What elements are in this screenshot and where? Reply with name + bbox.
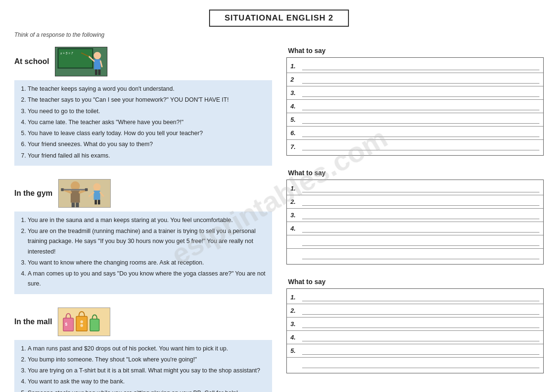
svg-rect-17 [76, 202, 79, 207]
what-to-say-gym: What to say 1. 2. 3. 4. [286, 169, 544, 265]
section-mall-title: In the mall [14, 318, 52, 326]
answer-line [302, 116, 540, 124]
answer-num: 7. [291, 143, 300, 150]
list-item: The teacher keeps saying a word you don'… [28, 84, 266, 94]
section-in-the-gym: In the gym [14, 179, 272, 294]
svg-line-5 [101, 61, 102, 67]
list-item: You came late. The teacher asks "Where h… [28, 117, 266, 127]
svg-rect-10 [71, 191, 80, 202]
mall-answer-box: 1. 2. 3. 4. 5. [286, 288, 544, 373]
answer-line [302, 89, 540, 97]
svg-rect-23 [98, 200, 100, 204]
svg-rect-14 [85, 188, 88, 191]
list-item: You want to know where the changing room… [28, 258, 266, 268]
answer-num: 4. [291, 334, 300, 341]
answer-row: 4. [287, 331, 544, 344]
list-item: Your friend sneezes. What do you say to … [28, 139, 266, 149]
svg-rect-19 [94, 191, 100, 200]
school-answer-box: 1. 2 3. 4. 5. [286, 57, 544, 156]
answer-num: 2 [291, 76, 300, 83]
answer-line [302, 320, 540, 328]
answer-row: 5. [287, 344, 544, 358]
left-column: At school x + 5 = 7 [14, 47, 272, 392]
what-to-say-school-label: What to say [286, 47, 544, 54]
list-item: The teacher says to you "Can I see your … [28, 95, 266, 105]
answer-num: 4. [291, 103, 300, 110]
answer-line [302, 238, 540, 246]
answer-row: 1. [287, 60, 544, 73]
teacher-image: x + 5 = 7 [55, 47, 107, 76]
svg-point-28 [80, 320, 83, 323]
what-to-say-mall: What to say 1. 2. 3. 4. [286, 278, 544, 373]
answer-row [287, 358, 544, 371]
list-item: You are on the treadmill (running machin… [28, 226, 266, 257]
svg-rect-6 [95, 69, 97, 75]
answer-line [302, 103, 540, 110]
section-in-the-mall: In the mall $ [14, 307, 272, 392]
svg-point-18 [93, 183, 100, 190]
answer-row [287, 235, 544, 249]
answer-row: 5. [287, 113, 544, 127]
svg-text:$: $ [65, 321, 67, 326]
answer-row: 4. [287, 100, 544, 113]
answer-line [302, 129, 540, 137]
svg-rect-26 [76, 316, 87, 331]
section-gym-items: You are in the sauna and a man keeps sta… [14, 212, 272, 294]
section-mall-header: In the mall $ [14, 307, 272, 336]
what-to-say-mall-label: What to say [286, 278, 544, 286]
answer-row: 3. [287, 318, 544, 331]
list-item: You are trying on a T-shirt but it is a … [28, 366, 266, 376]
answer-line [302, 347, 540, 355]
mall-image: $ [58, 307, 110, 336]
answer-num: 3. [291, 89, 300, 96]
page-title: SITUATIONAL ENGLISH 2 [209, 10, 348, 27]
svg-point-29 [80, 324, 83, 327]
gym-answer-box: 1. 2. 3. 4. [286, 180, 544, 265]
svg-text:x + 5 = 7: x + 5 = 7 [60, 52, 73, 55]
list-item: You need to go to the toilet. [28, 106, 266, 117]
svg-rect-27 [90, 319, 99, 331]
svg-rect-22 [95, 200, 97, 204]
svg-rect-13 [61, 188, 64, 191]
answer-line [302, 143, 540, 150]
list-item: You want to ask the way to the bank. [28, 377, 266, 387]
answer-row: 2. [287, 304, 544, 318]
answer-row: 2. [287, 195, 544, 209]
answer-num: 3. [291, 212, 300, 219]
answer-line [302, 360, 540, 368]
answer-line [302, 76, 540, 84]
list-item: Your friend failed all his exams. [28, 151, 266, 161]
answer-num: 2. [291, 307, 300, 314]
answer-num: 3. [291, 320, 300, 328]
section-at-school-title: At school [14, 57, 49, 66]
answer-row: 3. [287, 209, 544, 222]
what-to-say-gym-label: What to say [286, 169, 544, 177]
list-item: You are in the sauna and a man keeps sta… [28, 215, 266, 225]
answer-num: 1. [291, 185, 300, 192]
answer-num: 5. [291, 116, 300, 123]
list-item: A man runs past and $20 drops out of his… [28, 344, 266, 354]
svg-line-21 [100, 192, 104, 196]
list-item: You have to leave class early today. How… [28, 128, 266, 138]
svg-line-20 [89, 192, 94, 196]
answer-row: 6. [287, 127, 544, 140]
answer-row: 1. [287, 291, 544, 304]
section-at-school-items: The teacher keeps saying a word you don'… [14, 80, 272, 166]
answer-line [302, 334, 540, 341]
answer-num: 2. [291, 198, 300, 205]
right-column: What to say 1. 2 3. 4. [286, 47, 544, 392]
list-item: A man comes up to you and says "Do you k… [28, 269, 266, 289]
svg-rect-7 [98, 69, 101, 75]
answer-num: 6. [291, 129, 300, 137]
answer-row: 3. [287, 86, 544, 100]
answer-line [302, 252, 540, 259]
answer-line [302, 212, 540, 219]
section-at-school: At school x + 5 = 7 [14, 47, 272, 166]
answer-row: 4. [287, 222, 544, 235]
answer-row: 2 [287, 73, 544, 86]
answer-row: 7. [287, 140, 544, 153]
section-gym-title: In the gym [14, 189, 53, 198]
answer-line [302, 294, 540, 301]
answer-num: 4. [291, 225, 300, 232]
subtitle: Think of a response to the following [14, 32, 544, 38]
